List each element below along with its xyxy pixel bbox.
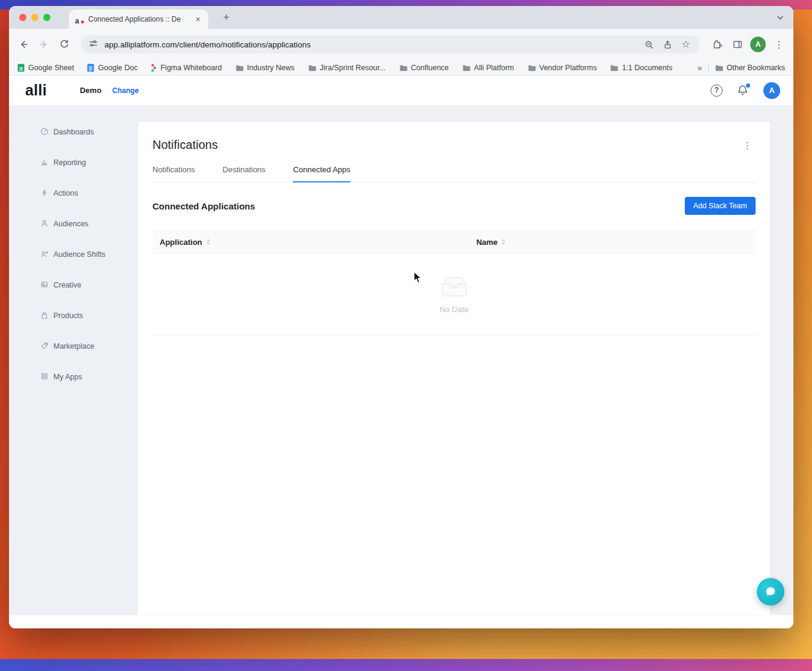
folder-icon	[308, 64, 316, 71]
bookmark-figma-whiteboard[interactable]: Figma Whiteboard	[151, 64, 221, 72]
browser-profile-avatar[interactable]: A	[750, 37, 766, 52]
google-doc-icon	[87, 64, 94, 72]
web-page: alli Demo Change ? A Dashboa	[9, 76, 793, 628]
tab-notifications[interactable]: Notifications	[152, 165, 195, 182]
bookmark-star-icon[interactable]: ☆	[679, 38, 693, 51]
bookmark-confluence[interactable]: Confluence	[399, 64, 449, 72]
mouse-cursor	[414, 271, 423, 286]
tab-destinations[interactable]: Destinations	[223, 165, 266, 182]
forward-icon[interactable]	[35, 36, 52, 53]
browser-tab[interactable]: a Connected Applications :: De ×	[69, 10, 208, 29]
browser-menu-icon[interactable]: ⋮	[771, 39, 787, 50]
sidebar-item-actions[interactable]: Actions	[9, 178, 138, 208]
sidebar-item-products[interactable]: Products	[9, 300, 138, 331]
new-tab-button[interactable]: +	[219, 11, 233, 25]
folder-icon	[715, 64, 723, 71]
other-bookmarks[interactable]: Other Bookmarks	[715, 64, 785, 72]
audience-shifts-icon	[40, 250, 49, 258]
tab-connected-apps[interactable]: Connected Apps	[293, 165, 350, 182]
zoom-out-icon[interactable]	[642, 38, 655, 51]
sidebar-nav: Dashboards Reporting Actions Audiences	[9, 106, 138, 615]
products-icon	[40, 311, 49, 319]
tab-strip: a Connected Applications :: De × +	[9, 6, 793, 29]
bookmark-industry-news[interactable]: Industry News	[235, 64, 295, 72]
notifications-card: Notifications ⋮ Notifications Destinatio…	[138, 122, 770, 615]
sort-icon	[206, 239, 210, 245]
close-window-button[interactable]	[19, 14, 26, 21]
bookmark-jira-sprint[interactable]: Jira/Sprint Resour...	[308, 64, 386, 72]
notification-dot	[746, 83, 750, 88]
minimize-window-button[interactable]	[31, 14, 38, 21]
no-data-text: No Data	[440, 305, 469, 314]
browser-window: a Connected Applications :: De × +	[9, 6, 793, 628]
bookmarks-bar: Google Sheet Google Doc Figma Whiteboard…	[9, 60, 793, 76]
sidebar-item-dashboards[interactable]: Dashboards	[9, 116, 138, 147]
zoom-window-button[interactable]	[43, 14, 50, 21]
column-header-application[interactable]: Application	[152, 238, 469, 247]
folder-icon	[462, 64, 471, 71]
page-tabs: Notifications Destinations Connected App…	[152, 165, 756, 182]
google-sheet-icon	[17, 64, 25, 72]
my-apps-icon	[40, 372, 49, 381]
sidebar-item-my-apps[interactable]: My Apps	[9, 361, 138, 392]
sidebar-item-audiences[interactable]: Audiences	[9, 208, 138, 239]
dashboard-icon	[40, 127, 49, 136]
bookmark-google-doc[interactable]: Google Doc	[87, 64, 137, 72]
folder-icon	[399, 64, 408, 71]
browser-toolbar: app.alliplatform.com/client/demo/notific…	[9, 29, 793, 60]
side-panel-icon[interactable]	[730, 37, 745, 52]
creative-icon	[40, 280, 49, 289]
card-menu-icon[interactable]: ⋮	[742, 141, 752, 151]
sidebar-item-audience-shifts[interactable]: Audience Shifts	[9, 239, 138, 269]
chat-bubble-icon	[764, 585, 777, 598]
app-header: alli Demo Change ? A	[9, 76, 793, 106]
bookmark-google-sheet[interactable]: Google Sheet	[17, 64, 74, 72]
applications-table: Application Name	[152, 230, 756, 336]
bookmarks-overflow-chevron[interactable]: »	[693, 63, 707, 73]
extensions-icon[interactable]	[709, 37, 725, 52]
table-header-row: Application Name	[152, 230, 756, 254]
back-icon[interactable]	[15, 36, 32, 53]
column-header-name[interactable]: Name	[469, 238, 756, 247]
client-name: Demo	[80, 86, 101, 95]
url-text: app.alliplatform.com/client/demo/notific…	[104, 40, 637, 49]
sidebar-item-creative[interactable]: Creative	[9, 269, 138, 300]
app-body: Dashboards Reporting Actions Audiences	[9, 106, 793, 615]
sidebar-item-reporting[interactable]: Reporting	[9, 147, 138, 178]
reload-icon[interactable]	[56, 36, 73, 53]
tab-title: Connected Applications :: De	[88, 15, 189, 23]
folder-icon	[528, 64, 536, 71]
folder-icon	[610, 64, 618, 71]
figma-icon	[151, 64, 157, 72]
sort-icon	[502, 239, 505, 245]
chat-widget-button[interactable]	[757, 578, 784, 606]
folder-icon	[235, 64, 244, 71]
actions-icon	[40, 188, 49, 197]
bookmark-vendor-platforms[interactable]: Vendor Platforms	[528, 64, 597, 72]
bookmark-1-1-documents[interactable]: 1:1 Documents	[610, 64, 672, 72]
empty-state: No Data	[152, 254, 756, 336]
page-title: Notifications	[152, 122, 756, 152]
site-favicon: a	[75, 15, 84, 24]
marketplace-icon	[40, 342, 49, 350]
reporting-icon	[40, 158, 49, 166]
share-icon[interactable]	[661, 38, 674, 51]
add-slack-team-button[interactable]: Add Slack Team	[685, 197, 756, 215]
help-icon[interactable]: ?	[711, 85, 723, 97]
tab-close-icon[interactable]: ×	[194, 14, 202, 24]
address-bar[interactable]: app.alliplatform.com/client/demo/notific…	[81, 35, 700, 53]
bookmark-alli-platform[interactable]: Alli Platform	[462, 64, 514, 72]
desktop-wallpaper: a Connected Applications :: De × +	[0, 0, 812, 671]
site-settings-icon[interactable]	[88, 38, 98, 51]
alli-logo[interactable]: alli	[25, 82, 47, 99]
bookmarks-divider	[708, 64, 709, 72]
sidebar-item-marketplace[interactable]: Marketplace	[9, 331, 138, 361]
tab-search-chevron-icon[interactable]	[774, 11, 786, 23]
change-client-link[interactable]: Change	[112, 86, 139, 95]
audiences-icon	[40, 219, 49, 227]
main-content: Notifications ⋮ Notifications Destinatio…	[138, 106, 793, 615]
user-avatar[interactable]: A	[763, 82, 780, 99]
section-header: Connected Applications Add Slack Team	[152, 197, 756, 215]
section-title: Connected Applications	[152, 201, 255, 211]
notifications-bell-icon[interactable]	[736, 84, 750, 97]
